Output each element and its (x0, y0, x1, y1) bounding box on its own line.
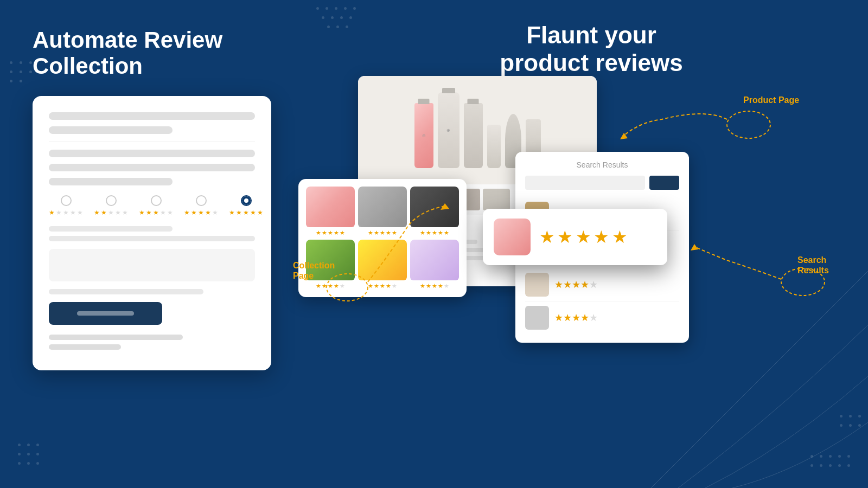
bottle-cap-3 (468, 99, 479, 104)
dots-bottom-left (16, 442, 41, 466)
form-textarea[interactable] (49, 249, 255, 281)
bottle-1: ⊕ (414, 103, 433, 168)
search-input-bar[interactable] (525, 176, 645, 190)
svg-marker-3 (620, 133, 628, 139)
radio-3[interactable] (151, 195, 162, 206)
footer-line-1 (49, 335, 183, 340)
thumb-5[interactable] (483, 189, 510, 210)
bottle-cap-2 (442, 88, 455, 93)
search-result-stars-3: ★★★★★ (554, 279, 598, 291)
product-page-label: Product Page (743, 95, 799, 105)
form-content-bar-2 (49, 164, 255, 171)
form-name-bar (49, 126, 173, 134)
bottle-logo-2: ⊕ (446, 128, 450, 133)
search-submit-btn[interactable] (649, 176, 679, 190)
search-result-img-4 (525, 306, 549, 330)
svg-point-2 (727, 111, 770, 138)
search-result-img-3 (525, 273, 549, 297)
star-option-1[interactable]: ★★★★★ (49, 195, 83, 216)
form-footer (49, 335, 255, 350)
stars-5: ★★★★★ (229, 209, 263, 216)
stars-4: ★★★★★ (184, 209, 218, 216)
highlight-product-stars: ★ ★ ★ ★ ★ (539, 227, 628, 247)
collection-stars-5: ★★★★★ (358, 282, 407, 290)
line-2 (49, 236, 255, 241)
search-results-title: Search Results (525, 160, 679, 169)
star-rating-options[interactable]: ★★★★★ ★★★★★ ★★★★★ ★★★★★ (49, 195, 255, 216)
submit-btn-label (77, 311, 133, 316)
radio-4[interactable] (196, 195, 207, 206)
left-title: Automate Review Collection (33, 27, 315, 80)
collection-item-3[interactable]: ★★★★★ (410, 187, 459, 236)
line-3 (49, 289, 203, 294)
radio-2[interactable] (106, 195, 117, 206)
line-1 (49, 226, 173, 232)
collection-item-1[interactable]: ★★★★★ (306, 187, 355, 236)
collection-img-3 (410, 187, 459, 227)
footer-line-2 (49, 344, 121, 350)
search-results-label: Search Results (797, 255, 829, 275)
collection-img-6 (410, 240, 459, 280)
search-result-row-4[interactable]: ★★★★★ (525, 301, 679, 334)
form-content-bar-1 (49, 150, 255, 157)
search-result-stars-4: ★★★★★ (554, 312, 598, 324)
stars-2: ★★★★★ (94, 209, 128, 216)
stars-1: ★★★★★ (49, 209, 83, 216)
search-result-row-3[interactable]: ★★★★★ (525, 268, 679, 301)
collection-page-label: Collection Page (293, 260, 335, 281)
star-option-3[interactable]: ★★★★★ (139, 195, 173, 216)
bottle-cap-1 (418, 99, 430, 104)
highlight-product-img (494, 219, 531, 255)
collection-item-2[interactable]: ★★★★★ (358, 187, 407, 236)
submit-button[interactable] (49, 302, 162, 325)
collection-stars-4: ★★★★★ (306, 282, 355, 290)
form-divider-1 (49, 142, 255, 142)
collection-img-5 (358, 240, 407, 280)
svg-marker-5 (691, 244, 698, 251)
bottle-2: ⊕ (438, 92, 459, 168)
stars-3: ★★★★★ (139, 209, 173, 216)
bottle-4 (487, 125, 501, 168)
bottle-logo-1: ⊕ (422, 133, 426, 138)
left-section: Automate Review Collection ★★★★★ ★★★★★ (33, 27, 315, 370)
star-option-4[interactable]: ★★★★★ (184, 195, 218, 216)
form-extra-lines (49, 289, 255, 294)
star-option-2[interactable]: ★★★★★ (94, 195, 128, 216)
form-submit-area (49, 302, 255, 325)
search-result-highlight-card: ★ ★ ★ ★ ★ (483, 209, 667, 265)
form-text-lines (49, 226, 255, 241)
collection-stars-6: ★★★★★ (410, 282, 459, 290)
star-option-5[interactable]: ★★★★★ (229, 195, 263, 216)
collection-stars-3: ★★★★★ (410, 229, 459, 236)
collection-stars-2: ★★★★★ (358, 229, 407, 236)
right-title: Flaunt your product reviews (315, 0, 868, 76)
form-title-bar (49, 112, 255, 120)
collection-item-5[interactable]: ★★★★★ (358, 240, 407, 290)
collection-img-2 (358, 187, 407, 227)
bottle-3 (464, 103, 483, 168)
review-form-card: ★★★★★ ★★★★★ ★★★★★ ★★★★★ (33, 96, 271, 370)
radio-1[interactable] (61, 195, 72, 206)
collection-item-6[interactable]: ★★★★★ (410, 240, 459, 290)
right-section: Flaunt your product reviews ⊕ ⊕ (315, 0, 868, 488)
collection-img-1 (306, 187, 355, 227)
collection-stars-1: ★★★★★ (306, 229, 355, 236)
radio-5[interactable] (241, 195, 252, 206)
dots-top-left (8, 60, 34, 84)
search-input-row (525, 176, 679, 190)
form-content-bar-3 (49, 178, 173, 185)
